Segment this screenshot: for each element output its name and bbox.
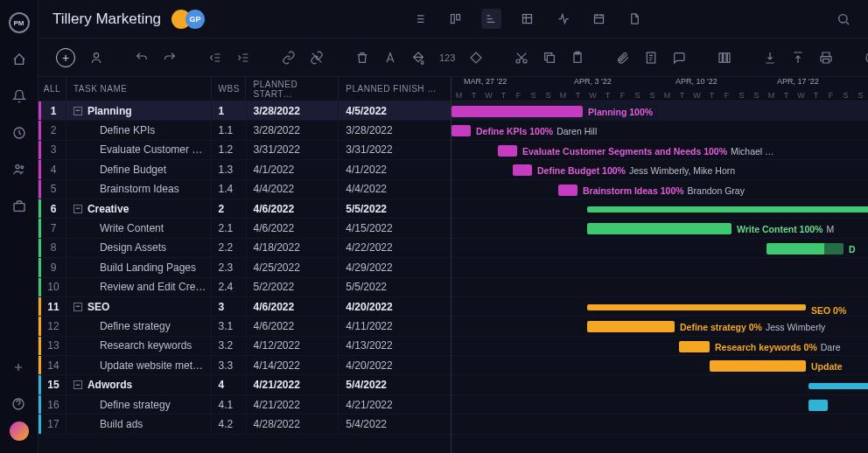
cut-icon[interactable] xyxy=(509,47,534,68)
svg-rect-6 xyxy=(456,15,459,20)
undo-icon[interactable] xyxy=(130,47,154,68)
assign-icon[interactable] xyxy=(84,47,108,68)
indent-icon[interactable] xyxy=(231,47,256,68)
briefcase-icon[interactable] xyxy=(10,198,28,215)
task-row[interactable]: 15−Adwords44/21/20225/4/2022 xyxy=(38,375,451,394)
gantt-bar[interactable] xyxy=(587,206,868,213)
gantt-bar[interactable]: SEO 0% xyxy=(587,304,806,310)
col-header-task[interactable]: TASK NAME xyxy=(66,77,212,101)
task-row[interactable]: 11−SEO34/6/20224/20/2022 xyxy=(38,297,451,317)
collapse-icon[interactable]: − xyxy=(74,303,82,311)
gantt-chart[interactable]: MAR, 27 '22APR, 3 '22APR, 10 '22APR, 17 … xyxy=(452,77,868,453)
view-files-icon[interactable] xyxy=(625,9,645,29)
project-members[interactable]: GP xyxy=(172,10,205,29)
gantt-bar[interactable]: Brainstorm Ideas 100%Brandon Gray xyxy=(558,185,578,196)
task-row[interactable]: 10Review and Edit Cre…2.45/2/20225/5/202… xyxy=(38,278,451,297)
priority-icon[interactable] xyxy=(464,47,488,68)
gantt-bar[interactable]: Write Content 100%M xyxy=(587,223,732,234)
columns-icon[interactable] xyxy=(712,47,737,68)
format-text-icon[interactable] xyxy=(378,47,402,68)
import-icon[interactable] xyxy=(758,47,782,68)
view-sheet-icon[interactable] xyxy=(517,9,537,29)
gantt-bar[interactable] xyxy=(808,400,828,411)
task-row[interactable]: 8Design Assets2.24/18/20224/22/2022 xyxy=(38,239,451,258)
task-row[interactable]: 4Define Budget1.34/1/20224/1/2022 xyxy=(38,160,451,179)
task-row[interactable]: 2Define KPIs1.13/28/20223/28/2022 xyxy=(38,121,451,140)
gantt-bar[interactable]: D xyxy=(766,243,844,254)
user-avatar[interactable] xyxy=(10,422,29,441)
recent-icon[interactable] xyxy=(10,124,28,142)
toolbar: + 123 ••• xyxy=(38,38,868,77)
gantt-bar[interactable]: Define Budget 100%Jess Wimberly, Mike Ho… xyxy=(513,164,532,176)
task-name: Planning xyxy=(88,105,132,117)
task-name: Define Budget xyxy=(74,164,166,176)
task-row[interactable]: 17Build ads4.24/28/20225/4/2022 xyxy=(38,415,451,434)
delete-icon[interactable] xyxy=(350,47,374,68)
task-name: Creative xyxy=(88,203,129,215)
task-row[interactable]: 9Build Landing Pages2.34/25/20224/29/202… xyxy=(38,258,451,277)
export-icon[interactable] xyxy=(786,47,810,68)
task-name: Build ads xyxy=(74,418,143,430)
redo-icon[interactable] xyxy=(158,47,182,68)
gantt-bar[interactable]: Update xyxy=(710,360,806,372)
link-icon[interactable] xyxy=(276,47,301,68)
gantt-bar[interactable] xyxy=(808,383,868,389)
add-task-button[interactable]: + xyxy=(51,45,80,71)
col-header-finish[interactable]: PLANNED FINISH … xyxy=(339,77,451,101)
view-gantt-icon[interactable] xyxy=(481,9,501,29)
copy-icon[interactable] xyxy=(537,47,562,68)
task-name: Evaluate Customer … xyxy=(74,143,202,156)
collapse-icon[interactable]: − xyxy=(74,205,82,213)
info-icon[interactable] xyxy=(859,47,868,68)
team-icon[interactable] xyxy=(10,161,28,178)
gantt-bar[interactable]: Planning 100% xyxy=(452,106,583,117)
task-row[interactable]: 13Research keywords3.24/12/20224/13/2022 xyxy=(38,337,451,356)
task-name: Research keywords xyxy=(74,339,192,352)
svg-rect-17 xyxy=(719,52,722,62)
col-header-start[interactable]: PLANNED START… xyxy=(246,77,339,101)
print-icon[interactable] xyxy=(814,47,838,68)
view-board-icon[interactable] xyxy=(445,9,466,29)
task-row[interactable]: 3Evaluate Customer …1.23/31/20223/31/202… xyxy=(38,141,451,160)
task-row[interactable]: 5Brainstorm Ideas1.44/4/20224/4/2022 xyxy=(38,180,451,199)
svg-rect-8 xyxy=(594,15,603,23)
percent-complete-icon[interactable]: 123 xyxy=(434,49,460,66)
view-list-icon[interactable] xyxy=(410,9,430,29)
task-row[interactable]: 7Write Content2.14/6/20224/15/2022 xyxy=(38,219,451,238)
comments-icon[interactable] xyxy=(667,47,691,68)
task-name: Define strategy xyxy=(74,399,171,411)
svg-point-1 xyxy=(16,165,19,169)
unlink-icon[interactable] xyxy=(304,47,329,68)
task-row[interactable]: 12Define strategy3.14/6/20224/11/2022 xyxy=(38,317,451,336)
fill-color-icon[interactable] xyxy=(406,47,430,68)
notes-icon[interactable] xyxy=(639,47,663,68)
task-name: Update website met… xyxy=(74,359,203,372)
task-row[interactable]: 14Update website met…3.34/14/20224/20/20… xyxy=(38,356,451,375)
col-header-wbs[interactable]: WBS xyxy=(212,77,247,101)
attachment-icon[interactable] xyxy=(611,47,635,68)
task-row[interactable]: 1−Planning13/28/20224/5/2022 xyxy=(38,101,451,121)
svg-point-9 xyxy=(839,14,847,22)
avatar[interactable]: GP xyxy=(186,10,205,29)
collapse-icon[interactable]: − xyxy=(74,107,82,115)
gantt-bar[interactable]: Research keywords 0%Dare xyxy=(679,341,710,352)
gantt-bar[interactable]: Evaluate Customer Segments and Needs 100… xyxy=(498,145,517,157)
home-icon[interactable] xyxy=(10,51,28,68)
col-header-all[interactable]: ALL xyxy=(38,77,66,101)
help-icon[interactable] xyxy=(10,395,27,413)
view-activity-icon[interactable] xyxy=(553,9,573,29)
search-icon[interactable] xyxy=(833,9,854,30)
gantt-bar[interactable]: Define KPIs 100%Daren Hill xyxy=(452,125,471,136)
outdent-icon[interactable] xyxy=(203,47,228,68)
svg-point-10 xyxy=(94,52,98,57)
paste-icon[interactable] xyxy=(565,47,590,68)
add-icon[interactable] xyxy=(10,359,27,376)
gantt-bar[interactable]: Define strategy 0%Jess Wimberly xyxy=(587,321,675,332)
notifications-icon[interactable] xyxy=(10,87,28,105)
task-row[interactable]: 16Define strategy4.14/21/20224/21/2022 xyxy=(38,395,451,415)
view-calendar-icon[interactable] xyxy=(589,9,609,29)
app-logo[interactable]: PM xyxy=(9,12,30,33)
task-name: Adwords xyxy=(88,379,132,391)
collapse-icon[interactable]: − xyxy=(74,380,82,389)
task-row[interactable]: 6−Creative24/6/20225/5/2022 xyxy=(38,199,451,219)
